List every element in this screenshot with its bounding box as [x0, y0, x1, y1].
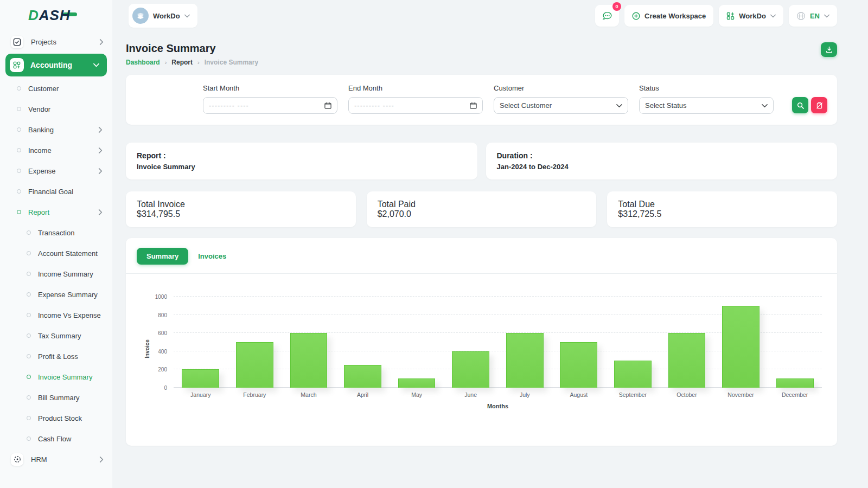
x-tick-label: January: [174, 391, 228, 398]
chart-card: SummaryInvoices Invoice 0200400600800100…: [126, 238, 837, 446]
chevron-right-icon: [99, 39, 104, 45]
bar-column: [606, 361, 660, 388]
sidebar-item-label: Expense: [28, 167, 98, 175]
download-button[interactable]: [821, 42, 837, 57]
x-tick-label: March: [282, 391, 336, 398]
brand-logo[interactable]: DASH: [0, 0, 112, 30]
sidebar-item-accounting[interactable]: Accounting: [5, 54, 107, 76]
sidebar-item-tax-summary[interactable]: Tax Summary: [0, 325, 112, 346]
sidebar-item-income[interactable]: Income: [0, 140, 112, 160]
sidebar-item-product-stock[interactable]: Product Stock: [0, 408, 112, 428]
apply-filter-button[interactable]: [792, 97, 808, 113]
bar-december: [776, 378, 814, 388]
bar-column: [552, 342, 606, 388]
sidebar-item-transaction[interactable]: Transaction: [0, 222, 112, 243]
sidebar-item-invoice-summary[interactable]: Invoice Summary: [0, 367, 112, 387]
app-root: DASH ProjectsAccountingCustomerVendorBan…: [0, 0, 868, 488]
chat-icon: [602, 11, 612, 21]
brand-logo-text: DASH: [28, 7, 71, 24]
stat-label: Total Due: [618, 200, 826, 209]
sidebar-item-income-vs-expense[interactable]: Income Vs Expense: [0, 305, 112, 325]
language-code: EN: [810, 12, 820, 20]
sidebar-item-expense[interactable]: Expense: [0, 160, 112, 181]
stat-card-total-invoice: Total Invoice$314,795.5: [126, 191, 356, 227]
sidebar-item-income-summary[interactable]: Income Summary: [0, 264, 112, 284]
chevron-right-icon: [98, 127, 103, 133]
breadcrumb-item[interactable]: Dashboard: [126, 59, 160, 66]
sidebar-item-expense-summary[interactable]: Expense Summary: [0, 284, 112, 305]
stat-card-total-due: Total Due$312,725.5: [607, 191, 837, 227]
start-month-label: Start Month: [203, 84, 337, 92]
status-select[interactable]: Select Status: [639, 97, 774, 114]
sidebar-item-customer[interactable]: Customer: [0, 78, 112, 99]
duration-value: Jan-2024 to Dec-2024: [497, 163, 827, 171]
sidebar-item-banking[interactable]: Banking: [0, 119, 112, 140]
reset-filter-button[interactable]: [811, 97, 827, 113]
bullet-icon: [27, 272, 31, 276]
chevron-right-icon: [98, 147, 103, 153]
chart-plot-area[interactable]: 02004006008001000: [174, 288, 822, 388]
page-title: Invoice Summary: [126, 42, 258, 55]
sidebar-item-hrm[interactable]: HRM: [0, 449, 112, 470]
sidebar-item-label: Banking: [28, 126, 98, 134]
bar-column: [228, 342, 282, 388]
chart-x-labels: JanuaryFebruaryMarchAprilMayJuneJulyAugu…: [174, 391, 822, 398]
sidebar-item-report[interactable]: Report: [0, 202, 112, 222]
sidebar-item-cash-flow[interactable]: Cash Flow: [0, 428, 112, 449]
tabs: SummaryInvoices: [126, 248, 837, 273]
chevron-right-icon: [99, 457, 104, 463]
y-tick-label: 200: [158, 367, 167, 373]
workspace-name: WorkDo: [153, 12, 180, 20]
bars-layer: [174, 288, 822, 388]
breadcrumb-item[interactable]: Report: [171, 59, 193, 66]
bar-october: [668, 333, 706, 388]
create-workspace-button[interactable]: Create Workspace: [624, 5, 713, 27]
workdo-apps-button[interactable]: WorkDo: [719, 5, 783, 27]
messages-button[interactable]: 0: [595, 5, 619, 27]
chevron-right-icon: [98, 127, 103, 133]
bullet-icon: [27, 230, 31, 235]
sidebar-item-label: Income: [28, 146, 98, 155]
end-month-input[interactable]: --------- ----: [348, 97, 483, 114]
sidebar-menu: ProjectsAccountingCustomerVendorBankingI…: [0, 30, 112, 488]
sidebar-item-financial-goal[interactable]: Financial Goal: [0, 181, 112, 202]
clear-filter-icon: [816, 102, 823, 109]
y-tick-label: 400: [158, 348, 167, 354]
bar-column: [660, 333, 714, 388]
bar-may: [398, 378, 436, 388]
x-tick-label: May: [390, 391, 444, 398]
report-card: Report : Invoice Summary: [126, 143, 477, 179]
bullet-icon: [17, 86, 21, 91]
chevron-right-icon: [98, 209, 103, 215]
x-tick-label: November: [714, 391, 768, 398]
sidebar-item-account-statement[interactable]: Account Statement: [0, 243, 112, 264]
bar-column: [497, 333, 552, 388]
bullet-icon: [27, 292, 31, 297]
create-workspace-label: Create Workspace: [644, 12, 706, 20]
sidebar-item-label: Income Vs Expense: [38, 311, 103, 319]
stats-row: Total Invoice$314,795.5Total Paid$2,070.…: [126, 191, 837, 227]
start-month-input[interactable]: --------- ----: [203, 97, 337, 114]
sidebar-item-label: Account Statement: [38, 249, 103, 258]
sidebar-item-label: HRM: [31, 455, 99, 464]
y-tick-label: 1000: [155, 294, 167, 300]
customer-label: Customer: [494, 84, 628, 92]
chevron-down-icon: [762, 104, 768, 108]
sidebar-item-bill-summary[interactable]: Bill Summary: [0, 387, 112, 408]
bullet-icon: [17, 148, 21, 152]
y-tick-label: 600: [158, 330, 167, 336]
chevron-down-icon: [93, 63, 99, 67]
customer-select[interactable]: Select Customer: [494, 97, 628, 114]
notification-badge: 0: [612, 2, 621, 11]
sidebar: DASH ProjectsAccountingCustomerVendorBan…: [0, 0, 112, 488]
language-selector[interactable]: EN: [789, 5, 837, 27]
workspace-switcher[interactable]: WorkDo: [129, 4, 197, 28]
tab-summary[interactable]: Summary: [137, 248, 188, 265]
tab-invoices[interactable]: Invoices: [196, 248, 228, 265]
sidebar-item-vendor[interactable]: Vendor: [0, 99, 112, 119]
bar-column: [714, 306, 768, 388]
stat-label: Total Paid: [378, 200, 586, 209]
sidebar-item-projects[interactable]: Projects: [0, 31, 112, 52]
bar-column: [282, 333, 336, 388]
sidebar-item-profit-loss[interactable]: Profit & Loss: [0, 346, 112, 367]
